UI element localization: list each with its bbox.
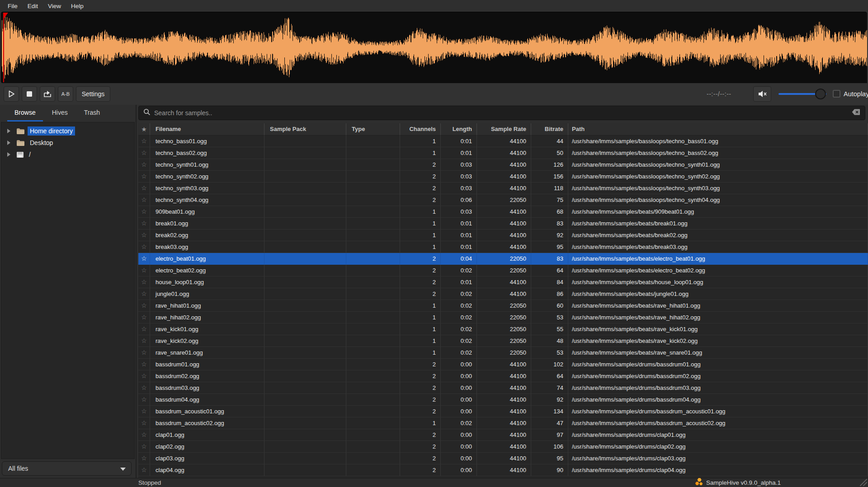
table-row[interactable]: ☆clap02.ogg20:0044100106/usr/share/lmms/… <box>138 441 868 453</box>
table-row[interactable]: ☆rave_kick01.ogg10:022205055/usr/share/l… <box>138 323 868 335</box>
favorite-star-icon[interactable]: ☆ <box>138 265 150 276</box>
table-row[interactable]: ☆rave_snare01.ogg10:022205053/usr/share/… <box>138 347 868 359</box>
menu-item-help[interactable]: Help <box>66 3 89 9</box>
tab-hives[interactable]: Hives <box>44 105 76 122</box>
favorite-star-icon[interactable]: ☆ <box>138 312 150 323</box>
favorite-star-icon[interactable]: ☆ <box>138 183 150 194</box>
column-header-favorite[interactable]: ★ <box>138 123 150 136</box>
column-header-length[interactable]: Length <box>441 123 477 136</box>
favorite-star-icon[interactable]: ☆ <box>138 464 150 476</box>
favorite-star-icon[interactable]: ☆ <box>138 335 150 347</box>
column-header-sample-pack[interactable]: Sample Pack <box>264 123 346 136</box>
table-header[interactable]: ★FilenameSample PackTypeChannelsLengthSa… <box>138 123 868 136</box>
table-row[interactable]: ☆bassdrum01.ogg20:0044100102/usr/share/l… <box>138 359 868 370</box>
favorite-star-icon[interactable]: ☆ <box>138 429 150 441</box>
autoplay-checkbox[interactable] <box>833 90 840 98</box>
column-header-path[interactable]: Path <box>568 123 868 136</box>
favorite-star-icon[interactable]: ☆ <box>138 288 150 300</box>
menu-item-file[interactable]: File <box>3 3 23 9</box>
column-header-filename[interactable]: Filename <box>150 123 264 136</box>
search-input[interactable] <box>154 109 852 117</box>
tree-item[interactable]: Home directory <box>1 125 134 137</box>
tab-browse[interactable]: Browse <box>6 105 44 122</box>
clear-backspace-icon[interactable] <box>852 109 860 117</box>
table-row[interactable]: ☆rave_hihat01.ogg10:022205060/usr/share/… <box>138 300 868 312</box>
favorite-star-icon[interactable]: ☆ <box>138 276 150 288</box>
favorite-star-icon[interactable]: ☆ <box>138 253 150 265</box>
column-header-channels[interactable]: Channels <box>400 123 441 136</box>
table-row[interactable]: ☆house_loop01.ogg20:014410084/usr/share/… <box>138 276 868 288</box>
tab-trash[interactable]: Trash <box>76 105 108 122</box>
menu-item-view[interactable]: View <box>43 3 66 9</box>
table-row[interactable]: ☆clap03.ogg20:004410095/usr/share/lmms/s… <box>138 453 868 464</box>
favorite-star-icon[interactable]: ☆ <box>138 241 150 253</box>
tree-item-label[interactable]: / <box>27 150 33 159</box>
table-row[interactable]: ☆break01.ogg10:014410083/usr/share/lmms/… <box>138 218 868 229</box>
expand-arrow-icon[interactable] <box>7 152 10 157</box>
favorite-star-icon[interactable]: ☆ <box>138 171 150 183</box>
expand-arrow-icon[interactable] <box>7 140 10 145</box>
mute-button[interactable] <box>753 86 771 102</box>
table-row[interactable]: ☆rave_hihat02.ogg10:022205053/usr/share/… <box>138 312 868 323</box>
favorite-star-icon[interactable]: ☆ <box>138 136 150 147</box>
column-header-sample-rate[interactable]: Sample Rate <box>477 123 531 136</box>
ab-loop-button[interactable]: A-B <box>58 86 73 102</box>
table-row[interactable]: ☆bassdrum02.ogg20:004410064/usr/share/lm… <box>138 370 868 382</box>
column-header-type[interactable]: Type <box>346 123 400 136</box>
loop-button[interactable] <box>40 86 55 102</box>
table-row[interactable]: ☆electro_beat01.ogg20:042205083/usr/shar… <box>138 253 868 265</box>
column-header-bitrate[interactable]: Bitrate <box>531 123 568 136</box>
table-row[interactable]: ☆techno_synth03.ogg20:0344100118/usr/sha… <box>138 183 868 194</box>
table-row[interactable]: ☆bassdrum03.ogg20:004410074/usr/share/lm… <box>138 382 868 394</box>
favorite-star-icon[interactable]: ☆ <box>138 300 150 312</box>
favorite-star-icon[interactable]: ☆ <box>138 206 150 218</box>
favorite-star-icon[interactable]: ☆ <box>138 453 150 464</box>
tree-item[interactable]: Desktop <box>1 137 134 149</box>
menu-item-edit[interactable]: Edit <box>23 3 43 9</box>
favorite-star-icon[interactable]: ☆ <box>138 441 150 453</box>
table-row[interactable]: ☆bassdrum_acoustic02.ogg10:024410047/usr… <box>138 417 868 429</box>
search-bar[interactable] <box>138 106 865 120</box>
tree-item-label[interactable]: Home directory <box>28 126 75 136</box>
table-row[interactable]: ☆rave_kick02.ogg10:022205048/usr/share/l… <box>138 335 868 347</box>
expand-arrow-icon[interactable] <box>7 129 10 133</box>
table-row[interactable]: ☆bassdrum04.ogg20:004410092/usr/share/lm… <box>138 394 868 406</box>
tree-item[interactable]: / <box>1 149 134 160</box>
settings-button[interactable]: Settings <box>76 86 110 102</box>
favorite-star-icon[interactable]: ☆ <box>138 394 150 406</box>
favorite-star-icon[interactable]: ☆ <box>138 406 150 417</box>
table-row[interactable]: ☆clap04.ogg20:004410090/usr/share/lmms/s… <box>138 464 868 476</box>
favorite-star-icon[interactable]: ☆ <box>138 359 150 370</box>
resize-grip[interactable] <box>860 479 867 486</box>
table-row[interactable]: ☆break02.ogg10:014410092/usr/share/lmms/… <box>138 229 868 241</box>
stop-button[interactable] <box>22 86 37 102</box>
table-row[interactable]: ☆bassdrum_acoustic01.ogg20:0044100134/us… <box>138 406 868 417</box>
favorite-star-icon[interactable]: ☆ <box>138 159 150 171</box>
table-row[interactable]: ☆jungle01.ogg20:024410086/usr/share/lmms… <box>138 288 868 300</box>
playhead-line[interactable] <box>3 13 4 82</box>
playhead-flag-icon[interactable] <box>3 13 8 19</box>
table-row[interactable]: ☆break03.ogg10:014410095/usr/share/lmms/… <box>138 241 868 253</box>
volume-knob[interactable] <box>815 89 826 99</box>
table-row[interactable]: ☆techno_bass01.ogg10:014410044/usr/share… <box>138 136 868 147</box>
table-row[interactable]: ☆clap01.ogg20:004410097/usr/share/lmms/s… <box>138 429 868 441</box>
favorite-star-icon[interactable]: ☆ <box>138 347 150 359</box>
waveform-canvas[interactable] <box>2 13 867 83</box>
tree-item-label[interactable]: Desktop <box>28 138 55 147</box>
favorite-star-icon[interactable]: ☆ <box>138 323 150 335</box>
volume-slider[interactable] <box>778 83 826 105</box>
favorite-star-icon[interactable]: ☆ <box>138 417 150 429</box>
table-row[interactable]: ☆techno_bass02.ogg10:014410050/usr/share… <box>138 147 868 159</box>
table-row[interactable]: ☆909beat01.ogg10:034410068/usr/share/lmm… <box>138 206 868 218</box>
favorite-star-icon[interactable]: ☆ <box>138 229 150 241</box>
file-filter-dropdown[interactable]: All files <box>2 461 132 476</box>
favorite-star-icon[interactable]: ☆ <box>138 194 150 206</box>
table-row[interactable]: ☆techno_synth01.ogg20:0344100126/usr/sha… <box>138 159 868 171</box>
table-row[interactable]: ☆techno_synth04.ogg20:062205075/usr/shar… <box>138 194 868 206</box>
table-row[interactable]: ☆techno_synth02.ogg20:0344100156/usr/sha… <box>138 171 868 183</box>
play-button[interactable] <box>4 86 19 102</box>
favorite-star-icon[interactable]: ☆ <box>138 218 150 229</box>
favorite-star-icon[interactable]: ☆ <box>138 382 150 394</box>
favorite-star-icon[interactable]: ☆ <box>138 370 150 382</box>
waveform-panel[interactable] <box>1 12 867 83</box>
